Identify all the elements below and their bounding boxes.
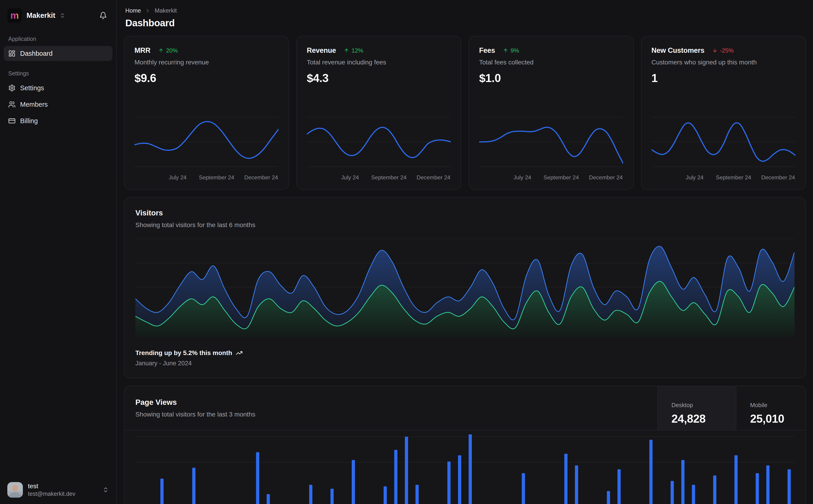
visitors-area-chart [135, 237, 794, 337]
arrow-down-icon [712, 48, 718, 53]
workspace-selector[interactable]: m Makerkit [7, 8, 65, 23]
x-tick: September 24 [371, 174, 407, 181]
trend-value: 12% [352, 47, 363, 54]
visitors-trend-text: Trending up by 5.2% this month [135, 349, 232, 357]
stat-value: $9.6 [134, 72, 279, 85]
sparkline-chart: July 24 September 24 December 24 [652, 115, 796, 182]
gear-icon [8, 84, 16, 92]
layout-dashboard-icon [8, 50, 16, 57]
stat-description: Total fees collected [479, 59, 623, 66]
x-tick: July 24 [169, 174, 186, 181]
stat-value: $1.0 [479, 72, 623, 85]
sidebar-item-dashboard[interactable]: Dashboard [4, 46, 112, 61]
arrow-up-icon [344, 48, 349, 53]
page-views-card: Page Views Showing total visitors for th… [124, 386, 806, 504]
arrow-up-icon [158, 48, 164, 53]
sidebar-item-billing[interactable]: Billing [4, 113, 112, 128]
toggle-value: 25,010 [750, 412, 805, 425]
toggle-value: 24,828 [672, 412, 736, 425]
toggle-mobile[interactable]: Mobile 25,010 [736, 386, 805, 430]
user-info: test test@makerkit.dev [28, 482, 75, 498]
sidebar-nav: Application Dashboard Settings Settings … [4, 27, 112, 128]
breadcrumb-home[interactable]: Home [125, 7, 141, 14]
sidebar-item-settings[interactable]: Settings [4, 80, 112, 95]
stat-title: Fees [479, 46, 495, 55]
x-axis-labels: July 24 September 24 December 24 [479, 174, 623, 182]
fees-sparkline [479, 115, 623, 169]
makerkit-logo: m [7, 8, 22, 23]
sidebar-section-application: Application [8, 36, 112, 42]
x-tick: December 24 [244, 174, 278, 181]
visitors-date-range: January - June 2024 [135, 360, 794, 367]
x-axis-labels: July 24 September 24 December 24 [307, 174, 451, 182]
x-axis-labels: July 24 September 24 December 24 [134, 174, 279, 182]
sidebar-item-members[interactable]: Members [4, 97, 112, 112]
sidebar-item-label: Dashboard [20, 50, 53, 57]
page-views-bar-chart [124, 430, 805, 504]
sidebar-section-settings: Settings [8, 70, 112, 77]
mrr-sparkline [134, 115, 279, 169]
x-tick: December 24 [589, 174, 623, 181]
visitors-chart-svg [135, 237, 794, 337]
toggle-desktop[interactable]: Desktop 24,828 [657, 386, 736, 430]
makerkit-logo-letter: m [10, 11, 19, 20]
page-views-toggles: Desktop 24,828 Mobile 25,010 [657, 386, 805, 430]
trend-badge: 9% [503, 47, 519, 54]
trend-badge: 12% [344, 47, 363, 54]
x-axis-labels: July 24 September 24 December 24 [652, 174, 796, 182]
stat-cards-row: MRR 20% Monthly recurring revenue $9.6 J… [124, 36, 806, 190]
x-tick: September 24 [199, 174, 235, 181]
sidebar: m Makerkit Application Dashboard [0, 0, 117, 504]
sparkline-chart: July 24 September 24 December 24 [479, 115, 623, 182]
chevrons-up-down-icon [102, 487, 109, 493]
visitors-title: Visitors [135, 209, 794, 217]
credit-card-icon [8, 117, 16, 125]
stat-card-fees: Fees 9% Total fees collected $1.0 July 2… [469, 36, 634, 190]
stat-title: New Customers [652, 46, 705, 55]
page-views-subtitle: Showing total visitors for the last 3 mo… [135, 411, 646, 418]
breadcrumb-current: Makerkit [154, 7, 177, 14]
user-email: test@makerkit.dev [28, 490, 75, 498]
toggle-label: Mobile [750, 402, 805, 409]
main-content: Home Makerkit Dashboard MRR 20% Monthly … [117, 0, 813, 504]
sidebar-item-label: Billing [20, 117, 38, 125]
notifications-button[interactable] [97, 10, 109, 21]
trend-value: 9% [511, 47, 519, 54]
user-name: test [28, 482, 75, 490]
visitors-card: Visitors Showing total visitors for the … [124, 197, 806, 378]
x-tick: September 24 [716, 174, 751, 181]
visitors-footer: Trending up by 5.2% this month January -… [135, 349, 794, 367]
trend-badge: -25% [712, 47, 734, 54]
stat-card-revenue: Revenue 12% Total revenue including fees… [296, 36, 461, 190]
sidebar-item-label: Settings [20, 84, 44, 92]
page-views-title: Page Views [135, 398, 646, 407]
chevron-right-icon [145, 8, 150, 13]
sidebar-header: m Makerkit [4, 0, 112, 27]
trend-badge: 20% [158, 47, 178, 54]
user-menu[interactable]: test test@makerkit.dev [4, 477, 112, 504]
stat-card-mrr: MRR 20% Monthly recurring revenue $9.6 J… [124, 36, 289, 190]
trending-up-icon [236, 350, 243, 356]
toggle-label: Desktop [672, 402, 736, 409]
stat-description: Customers who signed up this month [652, 59, 796, 66]
breadcrumb: Home Makerkit [125, 7, 806, 14]
trend-value: 20% [166, 47, 178, 54]
sparkline-chart: July 24 September 24 December 24 [307, 115, 451, 182]
users-icon [8, 101, 16, 108]
page-title: Dashboard [125, 18, 806, 29]
arrow-up-icon [503, 48, 508, 53]
stat-value: $4.3 [307, 72, 451, 85]
page-views-chart-svg [135, 430, 794, 504]
sidebar-item-label: Members [20, 101, 48, 108]
stat-title: MRR [134, 46, 150, 55]
page-views-header: Page Views Showing total visitors for th… [124, 386, 805, 430]
new-customers-sparkline [652, 115, 796, 169]
chevrons-up-down-icon [59, 13, 65, 19]
trend-value: -25% [720, 47, 734, 54]
x-tick: July 24 [513, 174, 531, 181]
x-tick: September 24 [543, 174, 579, 181]
x-tick: December 24 [761, 174, 795, 181]
revenue-sparkline [307, 115, 451, 169]
stat-value: 1 [652, 72, 796, 85]
makerkit-dashboard-app: m Makerkit Application Dashboard [0, 0, 813, 504]
